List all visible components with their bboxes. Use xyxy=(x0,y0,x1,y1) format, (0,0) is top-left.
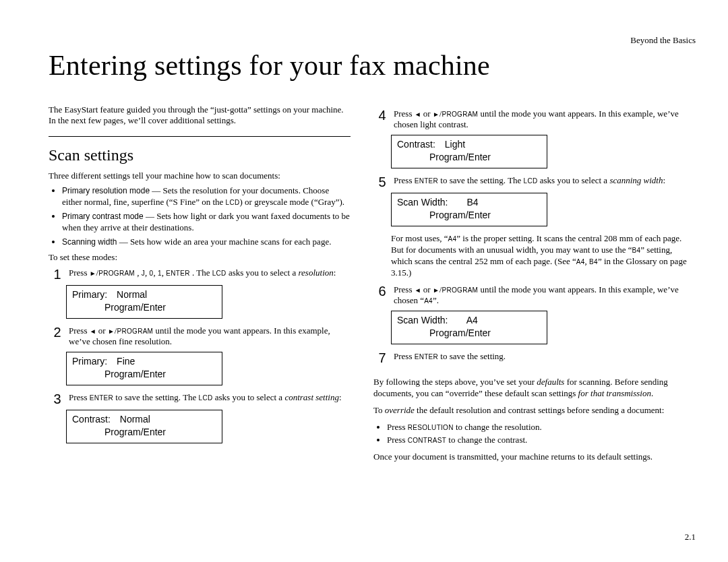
closing-paragraph-2: To override the default resolution and c… xyxy=(373,405,696,416)
step-number: 4 xyxy=(376,108,388,122)
step-6: 6 Press ◄ or ►/PROGRAM until the mode yo… xyxy=(376,284,696,307)
settings-bullets: Primary resolution mode — Sets the resol… xyxy=(49,185,351,247)
t: to save the setting. The xyxy=(438,175,523,185)
contrast-key: CONTRAST xyxy=(408,437,446,444)
override-resolution: Press RESOLUTION to change the resolutio… xyxy=(387,422,696,433)
t: asks you to select a xyxy=(538,175,610,185)
running-head: Beyond the Basics xyxy=(630,35,696,46)
program-key: PROGRAM xyxy=(442,286,478,294)
lcd-line-2: Program/Enter xyxy=(72,368,216,381)
emph: defaults xyxy=(537,377,564,387)
lcd-line-2: Program/Enter xyxy=(397,151,541,164)
two-column-layout: The EasyStart feature guided you through… xyxy=(49,104,696,468)
lcd-display-6: Scan Width: A4 Program/Enter xyxy=(391,311,547,344)
enter-key: ENTER xyxy=(90,394,113,402)
t: : xyxy=(663,175,665,185)
emph: override xyxy=(385,405,415,415)
step-number: 1 xyxy=(51,268,63,281)
left-arrow-icon: ◄ xyxy=(90,327,96,336)
step-number: 7 xyxy=(376,351,388,365)
lcd-key: LCD xyxy=(199,394,213,402)
bullet-contrast: Primary contrast mode — Sets how light o… xyxy=(62,211,351,234)
t: To xyxy=(373,405,385,415)
lcd-display-2: Primary: Fine Program/Enter xyxy=(66,352,222,385)
program-key: PROGRAM xyxy=(98,270,135,277)
document-page: Beyond the Basics Entering settings for … xyxy=(0,0,728,562)
t: For most uses, “ xyxy=(391,233,448,243)
emph: for that transmission xyxy=(578,388,651,398)
step-7: 7 Press ENTER to save the setting. xyxy=(376,351,696,365)
right-column: 4 Press ◄ or ►/PROGRAM until the mode yo… xyxy=(373,104,696,468)
t: the default resolution and contrast sett… xyxy=(415,405,664,415)
lcd-line-1: Contrast: Normal xyxy=(72,413,216,426)
t: Press xyxy=(394,175,415,185)
lead-text: Three different settings tell your machi… xyxy=(49,170,351,182)
t: Press xyxy=(394,284,415,294)
t: or xyxy=(421,108,433,119)
program-key: PROGRAM xyxy=(117,327,153,335)
lcd-line-1: Scan Width: B4 xyxy=(397,196,541,209)
enter-key: ENTER xyxy=(166,270,189,277)
t: Press xyxy=(394,351,415,361)
page-number: 2.1 xyxy=(685,532,696,543)
step-body: Press ◄ or ►/PROGRAM until the mode you … xyxy=(394,108,696,131)
t: or xyxy=(96,325,108,336)
t: : xyxy=(339,392,342,402)
intro-paragraph: The EasyStart feature guided you through… xyxy=(49,104,351,127)
t: : xyxy=(334,268,336,278)
bullet-label: Primary contrast mode xyxy=(62,212,144,221)
lcd-line-1: Primary: Fine xyxy=(72,355,216,368)
t: or xyxy=(421,284,433,294)
resolution-key: RESOLUTION xyxy=(408,424,454,431)
step-body: Press ►/PROGRAM , J, 0, 1, ENTER . The L… xyxy=(69,268,351,279)
lcd-line-1: Contrast: Light xyxy=(397,138,541,151)
lcd-line-2: Program/Enter xyxy=(397,209,541,222)
right-arrow-icon: ► xyxy=(433,110,439,119)
t: Press xyxy=(387,435,408,445)
t: . The xyxy=(190,268,212,278)
program-key: PROGRAM xyxy=(442,111,478,118)
intro-line-2: In the next few pages, we’ll cover addit… xyxy=(49,115,236,125)
page-title: Entering settings for your fax machine xyxy=(49,47,696,84)
lcd-key: LCD xyxy=(524,177,538,185)
closing-paragraph-1: By following the steps above, you’ve set… xyxy=(373,377,696,400)
step-number: 2 xyxy=(51,325,63,339)
t: to change the contrast. xyxy=(446,435,527,445)
enter-key: ENTER xyxy=(415,353,438,361)
left-arrow-icon: ◄ xyxy=(415,286,421,294)
bullet-label: Scanning width xyxy=(62,237,117,247)
to-set-text: To set these modes: xyxy=(49,252,351,263)
left-column: The EasyStart feature guided you through… xyxy=(49,104,351,468)
bullet-text: — Sets how wide an area your machine sca… xyxy=(117,237,331,247)
override-contrast: Press CONTRAST to change the contrast. xyxy=(387,435,696,446)
step-1: 1 Press ►/PROGRAM , J, 0, 1, ENTER . The… xyxy=(51,268,351,281)
t: By following the steps above, you’ve set… xyxy=(373,377,537,387)
bullet-width: Scanning width — Sets how wide an area y… xyxy=(62,237,351,248)
t: Press xyxy=(69,392,90,402)
a4-key: A4 xyxy=(448,235,457,243)
t: Press xyxy=(69,325,90,336)
left-arrow-icon: ◄ xyxy=(415,110,421,119)
enter-key: ENTER xyxy=(415,177,438,185)
step-body: Press ENTER to save the setting. The LCD… xyxy=(69,392,351,404)
lcd-key: LCD xyxy=(226,199,240,206)
right-arrow-icon: ► xyxy=(108,327,115,336)
bullet-text-end: ) or greyscale mode (“Gray”). xyxy=(240,197,345,207)
lcd-display-5: Scan Width: B4 Program/Enter xyxy=(391,193,547,226)
t: to save the setting. The xyxy=(113,392,198,402)
emph: contrast setting xyxy=(284,392,339,402)
step-3: 3 Press ENTER to save the setting. The L… xyxy=(51,392,351,406)
a4-note: For most uses, “A4” is the proper settin… xyxy=(391,233,696,279)
emph: scanning width xyxy=(609,175,663,185)
step-body: Press ENTER to save the setting. xyxy=(394,351,696,363)
t: to save the setting. xyxy=(438,351,506,361)
override-bullets: Press RESOLUTION to change the resolutio… xyxy=(373,422,696,446)
step-body: Press ◄ or ►/PROGRAM until the mode you … xyxy=(394,284,696,307)
intro-line-1: The EasyStart feature guided you through… xyxy=(49,104,344,115)
lcd-key: LCD xyxy=(212,270,226,277)
section-heading: Scan settings xyxy=(49,145,351,166)
closing-paragraph-3: Once your document is transmitted, your … xyxy=(373,451,696,463)
lcd-display-3: Contrast: Normal Program/Enter xyxy=(66,410,222,443)
t: Press xyxy=(69,268,90,278)
step-number: 5 xyxy=(376,175,388,189)
